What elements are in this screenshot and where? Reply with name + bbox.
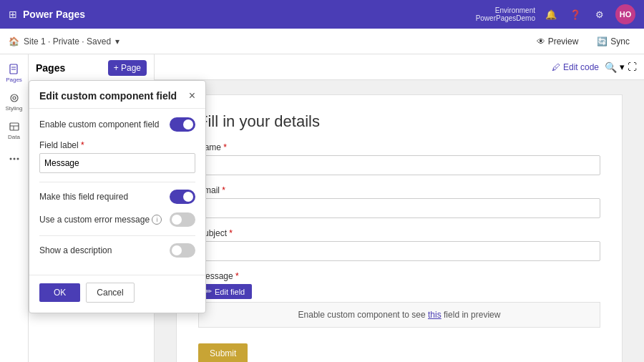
ok-button[interactable]: OK: [39, 283, 80, 302]
sidebar-item-styling[interactable]: Styling: [1, 89, 27, 114]
field-group-message: Message * ✏ Edit field Enable custom com…: [198, 271, 600, 328]
this-link[interactable]: this: [428, 310, 441, 320]
field-label-section: Field label *: [39, 140, 195, 173]
info-icon: i: [152, 215, 162, 225]
submit-button[interactable]: Submit: [198, 343, 248, 362]
icon-sidebar: Pages Styling Data: [0, 54, 29, 362]
make-required-row: Make this field required: [39, 190, 195, 204]
content-area: 🖊 Edit code 🔍 ▾ ⛶ Fill in your details N…: [155, 54, 644, 362]
environment-info: Environment PowerPagesDemo: [476, 6, 535, 22]
svg-point-3: [11, 94, 18, 102]
chevron-down-icon: ▾: [115, 36, 119, 47]
edit-field-button[interactable]: ✏ Edit field: [198, 284, 252, 299]
dialog-header: Edit custom component field ×: [29, 81, 205, 109]
svg-point-9: [13, 158, 15, 160]
expand-icon[interactable]: ⛶: [628, 62, 637, 72]
field-label-email: Email *: [198, 185, 600, 195]
section-divider-1: [39, 182, 195, 182]
field-label-input[interactable]: [39, 153, 195, 173]
form-title: Fill in your details: [198, 112, 600, 131]
notification-icon[interactable]: 🔔: [542, 6, 560, 23]
custom-error-slider: [170, 212, 195, 227]
field-label-subject: Subject *: [198, 228, 600, 238]
sidebar-item-more[interactable]: [1, 146, 27, 172]
make-required-toggle[interactable]: [170, 190, 195, 204]
svg-point-10: [16, 158, 19, 160]
sidebar-item-data[interactable]: Data: [1, 117, 27, 143]
email-input[interactable]: [198, 198, 600, 218]
preview-button[interactable]: 👁 Preview: [531, 34, 585, 49]
chevron-icon[interactable]: ▾: [620, 62, 625, 72]
settings-icon[interactable]: ⚙: [591, 6, 608, 23]
custom-error-toggle[interactable]: [170, 212, 195, 227]
section-divider-2: [39, 235, 195, 236]
field-label-heading: Field label *: [39, 140, 195, 150]
add-page-button[interactable]: + Page: [108, 60, 147, 76]
enable-toggle-slider: [170, 117, 195, 132]
top-nav-left: ⊞ Power Pages: [9, 9, 85, 20]
avatar[interactable]: HO: [615, 4, 635, 24]
pages-header: Pages + Page: [29, 54, 154, 82]
top-nav-right: Environment PowerPagesDemo 🔔 ❓ ⚙ HO: [476, 4, 635, 24]
subject-input[interactable]: [198, 241, 600, 261]
sync-button[interactable]: 🔄 Sync: [591, 34, 635, 49]
edit-component-dialog: Edit custom component field × Enable cus…: [29, 80, 206, 313]
field-group-name: Name *: [198, 142, 600, 175]
name-input[interactable]: [198, 155, 600, 175]
site-info: Site 1 · Private · Saved: [24, 36, 111, 47]
close-button[interactable]: ×: [189, 89, 195, 102]
enable-toggle-row: Enable custom component field: [39, 117, 195, 132]
sidebar-item-pages[interactable]: Pages: [1, 60, 27, 86]
edit-code-button[interactable]: 🖊 Edit code: [552, 62, 599, 72]
editor-toolbar: 🖊 Edit code 🔍 ▾ ⛶: [155, 54, 644, 80]
field-group-email: Email *: [198, 185, 600, 218]
custom-error-label: Use a custom error message i: [39, 215, 162, 225]
svg-point-8: [9, 158, 11, 160]
make-required-label: Make this field required: [39, 192, 128, 202]
svg-point-4: [13, 97, 16, 99]
sync-icon: 🔄: [597, 36, 608, 47]
sub-nav-right: 👁 Preview 🔄 Sync: [531, 34, 635, 49]
sub-nav-left: 🏠 Site 1 · Private · Saved ▾: [9, 36, 119, 47]
field-label-message: Message *: [198, 271, 600, 281]
enable-label: Enable custom component field: [39, 119, 159, 129]
edit-code-icon: 🖊: [552, 62, 560, 72]
dialog-title: Edit custom component field: [39, 90, 177, 102]
cancel-button[interactable]: Cancel: [86, 283, 134, 303]
home-icon: 🏠: [9, 36, 19, 47]
preview-icon: 👁: [537, 36, 545, 47]
top-nav: ⊞ Power Pages Environment PowerPagesDemo…: [0, 0, 644, 29]
show-description-slider: [170, 243, 195, 258]
show-description-toggle[interactable]: [170, 243, 195, 258]
field-group-subject: Subject *: [198, 228, 600, 261]
form-canvas: Fill in your details Name * Email * Subj…: [176, 94, 623, 362]
dialog-body: Enable custom component field Field labe…: [29, 109, 205, 275]
field-label-name: Name *: [198, 142, 600, 152]
main-layout: Pages Styling Data Pages + Page Main nav…: [0, 54, 644, 362]
pencil-icon: ✏: [205, 287, 212, 296]
show-description-label: Show a description: [39, 245, 112, 255]
dialog-footer: OK Cancel: [29, 275, 205, 313]
make-required-slider: [170, 190, 195, 204]
show-description-row: Show a description: [39, 243, 195, 258]
pages-title: Pages: [36, 62, 65, 74]
editor-toolbar-icons: 🔍 ▾ ⛶: [605, 62, 637, 73]
brand-title: Power Pages: [23, 9, 85, 20]
sub-nav: 🏠 Site 1 · Private · Saved ▾ 👁 Preview 🔄…: [0, 29, 644, 54]
custom-error-row: Use a custom error message i: [39, 212, 195, 227]
enable-toggle[interactable]: [170, 117, 195, 132]
app-grid-icon[interactable]: ⊞: [9, 9, 17, 20]
help-icon[interactable]: ❓: [567, 6, 584, 23]
custom-component-notice: Enable custom component to see this fiel…: [198, 302, 600, 328]
zoom-in-icon[interactable]: 🔍: [605, 62, 617, 73]
svg-rect-5: [10, 123, 19, 130]
